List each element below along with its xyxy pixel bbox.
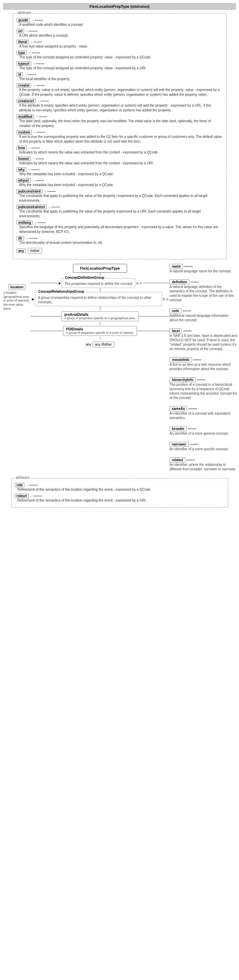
attr-tag-type: type [17, 51, 27, 55]
annot-desc-remoteinfo: A link to an item at a web resource whic… [169, 362, 237, 371]
annot-mult-broader: •••••••• [188, 427, 196, 431]
attr-tag-modified: modified [17, 115, 34, 119]
conn-mult-right2: 0..∞ [162, 298, 169, 301]
annot-desc-definition: A natural language definition of the sem… [169, 285, 237, 302]
v-line-3 [100, 306, 100, 310]
attr-tag-id: id [17, 72, 23, 77]
attr-row-literal: literal ○ •••••••• A free-text value ass… [17, 40, 223, 49]
attr-mult-why: ○ •••••••• [28, 168, 40, 172]
bottom-attributes-container: attributes role ○ •••••••• Refinement of… [11, 478, 228, 508]
proarea-line-left [30, 316, 61, 317]
annot-desc-name: A natural language name for the concept. [169, 269, 237, 274]
annot-mult-narrower: •••••••• [190, 443, 198, 446]
annot-mult-hierarchyinfo: •••••••• [196, 378, 205, 382]
attr-tag-how: how [17, 146, 27, 150]
attr-tag-why: why [17, 167, 27, 172]
conn-mult-left: ◆ [57, 282, 62, 285]
annot-note: note •••••••• Additional natural languag… [169, 308, 237, 322]
annot-desc-narrower: An identifier of a more specific concept… [169, 447, 237, 451]
attr-mult-uri: ○ •••••••• [26, 30, 37, 33]
attr-desc-xmllang: Specifies the language of this property … [19, 225, 223, 234]
location-description: A location (geographical area or point o… [3, 291, 30, 311]
attr-mult-literal: ○ •••••••• [31, 40, 42, 44]
annot-desc-broader: An identifier of a more general concept. [169, 431, 237, 436]
annot-sameas: sameAs •••••••• An identifier of a conce… [169, 406, 237, 420]
fother-extension-box: #other [28, 248, 42, 254]
mid-center: FlexLocationPropType ◆ ConceptDefinition… [30, 264, 169, 475]
attr-row-role: role ○ •••••••• Refinement of the semant… [15, 483, 225, 492]
attr-desc-pubconstraint: The constraints that apply to publishing… [19, 194, 223, 203]
annot-related: related •••••••• An identifier, where th… [169, 457, 237, 471]
fother-row: any any #fother [86, 340, 114, 348]
concept-def-group-label: ConceptDefinitionGroup [64, 276, 105, 280]
attr-row-dir: dir ○ •••••••• The directionality of tex… [17, 236, 223, 245]
concept-rel-group-desc: A group of properties required to define… [38, 296, 159, 304]
attr-tag-xmllang: xmllang [17, 220, 33, 225]
attr-tag-creator: creator [17, 83, 32, 88]
attr-row-anyfother: any #other [17, 247, 223, 255]
attr-desc-how: Indicates by which means the value was e… [19, 150, 223, 155]
attr-desc-type: The type of the concept assigned as cont… [19, 55, 223, 60]
attr-tag-qcode: qcode [17, 18, 30, 22]
attr-row-how: how ○ •••••••• Indicates by which means … [17, 146, 223, 155]
annot-mult-name: •••••••• [184, 265, 193, 268]
attr-tag-uri: uri [17, 29, 24, 33]
poi-desc: A group of properties specific to a poin… [66, 331, 134, 334]
attr-row-id: id ○ •••••••• The local identifier of th… [17, 72, 223, 81]
annot-broader: broader •••••••• An identifier of a more… [169, 426, 237, 436]
attr-row-uri: uri ○ •••••••• A URI which identifies a … [17, 29, 223, 38]
proarea-box: proAreaDetails A group of properties spe… [61, 312, 139, 321]
attr-tag-pubconstrainturi: pubconstrainturi [17, 205, 47, 209]
concept-rel-group-label: ConceptRelationshipsGroup [37, 290, 85, 293]
annot-name-box-related: related [169, 457, 185, 463]
poi-line-right [137, 331, 169, 331]
annot-name: name •••••••• A natural language name fo… [169, 264, 237, 274]
annot-name-box-hierarchyinfo: hierarchyInfo [169, 377, 196, 382]
attr-mult-pubconstraint: ○ •••••••• [44, 190, 55, 193]
attr-desc-role: Refinement of the semantics of the locat… [17, 487, 225, 492]
annot-desc-note: Additional natural language information … [169, 313, 237, 322]
annot-facet: facet •••••••• In NAR 1.8 and later, fac… [169, 328, 237, 351]
attr-desc-id: The local identifier of the property. [19, 77, 223, 81]
annot-name-box-narrower: narrower [169, 442, 189, 447]
attr-row-creatoruri: creatoruri ○ •••••••• If the attribute i… [17, 99, 223, 113]
annot-name-box-note: note [169, 308, 181, 313]
conn-mult-left2: ◆ [30, 298, 35, 301]
attr-row-xmllang: xmllang ○ •••••••• Specifies the languag… [17, 220, 223, 234]
attr-desc-literal: A free-text value assigned as property -… [19, 44, 223, 49]
attr-tag-typeuri: typeuri [17, 62, 31, 66]
attr-row-qcode: qcode ○ •••••••• A qualified code which … [17, 18, 223, 27]
v-line-2 [100, 288, 100, 292]
annot-mult-sameas: •••••••• [188, 407, 196, 410]
proarea-desc: A group of properties specific to a geog… [65, 317, 136, 320]
attr-mult-dir: ○ •••••••• [26, 237, 37, 240]
proarea-connector: proAreaDetails A group of properties spe… [30, 312, 169, 321]
bottom-attr-section: attributes role ○ •••••••• Refinement of… [11, 478, 228, 508]
attr-desc-creator: If the property -value is not empty, spe… [19, 88, 223, 97]
v-line-5 [100, 337, 100, 340]
attr-mult-creator: ○ •••••••• [33, 84, 44, 87]
annot-mult-note: •••••••• [182, 309, 191, 313]
attr-mult-type: ○ •••••••• [29, 51, 40, 55]
attr-desc-custom: If set to true the corresponding propert… [19, 134, 223, 144]
attr-tag-custom: custom [17, 130, 32, 134]
poi-line-left [30, 331, 63, 331]
attr-mult-modified: ○ •••••••• [36, 115, 47, 119]
annot-mult-definition: •••••••• [190, 280, 199, 284]
attr-desc-dir: The directionality of textual content (e… [19, 240, 223, 245]
attr-row-modified: modified ○ •••••••• The date (and, optio… [17, 115, 223, 128]
attr-mult-qcode: ○ •••••••• [32, 19, 43, 22]
attr-tag-dir: dir [17, 236, 24, 240]
attr-desc-pubconstrainturi: The constraints that apply to publishing… [19, 209, 223, 219]
proarea-label: proAreaDetails [65, 313, 136, 317]
attr-row-whyuri: whyuri ○ •••••••• Why the metadata has b… [17, 178, 223, 188]
annot-desc-sameas: An identifier of a concept with equivale… [169, 411, 237, 420]
attr-tag-whyuri: whyuri [17, 178, 31, 183]
right-annotations: name •••••••• A natural language name fo… [169, 264, 237, 475]
annot-mult-remoteinfo: •••••••• [193, 358, 201, 362]
attr-row-howuri: howuri ○ •••••••• Indicates by which mea… [17, 156, 223, 166]
attr-desc-qcode: A qualified code which identifies a conc… [19, 22, 223, 27]
page-container: FlexLocationPropType (intension) attribu… [0, 0, 239, 514]
page-title: FlexLocationPropType (intension) [3, 3, 236, 10]
attr-mult-howuri: ○ •••••••• [33, 157, 44, 161]
